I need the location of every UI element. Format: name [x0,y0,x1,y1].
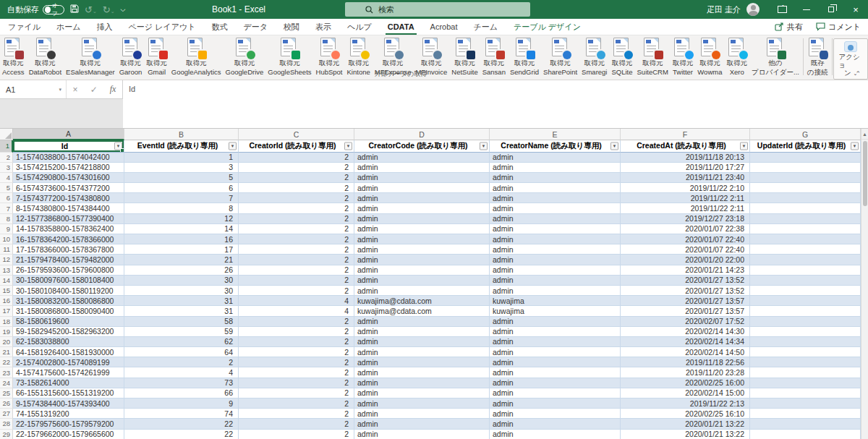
collapse-ribbon-icon[interactable]: ⌃ [855,70,861,77]
actions-dropdown-button[interactable]: アクショ ン ⌄ [833,38,868,80]
cell-E22[interactable]: admin [490,357,621,367]
cell-A11[interactable]: 17-1578366000-1578367800 [13,244,124,255]
cell-C2[interactable]: 2 [239,153,354,163]
cell-A18[interactable]: 58-1580619600 [13,317,124,327]
cell-C25[interactable]: 2 [239,388,354,398]
cell-D4[interactable]: admin [354,173,490,183]
minimize-button[interactable] [794,0,819,19]
row-header-28[interactable]: 28 [0,419,13,429]
cell-B20[interactable]: 62 [124,337,239,347]
header-cell-F1[interactable]: CreatedAt (読み取り専用)▼ [621,140,750,153]
cell-A25[interactable]: 66-1551315600-1551319200 [13,388,124,398]
row-header-13[interactable]: 13 [0,265,13,276]
cell-A14[interactable]: 30-1580097600-1580108400 [13,276,124,286]
filter-dropdown-icon[interactable]: ▼ [610,142,618,150]
row-header-17[interactable]: 17 [0,306,13,316]
select-all-corner[interactable] [0,129,13,140]
cell-E15[interactable]: admin [490,286,621,296]
row-header-20[interactable]: 20 [0,337,13,347]
cell-F4[interactable]: 2019/11/21 23:40 [621,173,750,183]
cell-C21[interactable]: 2 [239,347,354,357]
cell-G20[interactable] [750,337,861,347]
row-header-19[interactable]: 19 [0,327,13,337]
cell-D24[interactable]: admin [354,378,490,388]
cell-A19[interactable]: 59-1582945200-1582963200 [13,327,124,337]
cell-C3[interactable]: 2 [239,163,354,173]
cell-G7[interactable] [750,203,861,213]
cell-E9[interactable]: admin [490,224,621,234]
cell-D20[interactable]: admin [354,337,490,347]
row-header-9[interactable]: 9 [0,224,13,234]
cell-A12[interactable]: 21-1579478400-1579482000 [13,255,124,265]
cell-G13[interactable] [750,265,861,276]
filter-dropdown-icon[interactable]: ▼ [229,142,237,150]
cell-E27[interactable]: admin [490,409,621,419]
namebox-caret-icon[interactable]: ▾ [59,87,61,93]
cell-F23[interactable]: 2019/11/20 23:28 [621,367,750,378]
cell-G12[interactable] [750,255,861,265]
column-header-A[interactable]: A [13,129,124,140]
cell-D3[interactable]: admin [354,163,490,173]
cell-E8[interactable]: admin [490,214,621,224]
cell-A8[interactable]: 12-1577386800-1577390400 [13,214,124,224]
cell-E10[interactable]: admin [490,234,621,244]
cell-C28[interactable]: 2 [239,419,354,429]
cell-B12[interactable]: 21 [124,255,239,265]
restore-button[interactable] [819,0,843,19]
cell-F28[interactable]: 2020/01/21 13:22 [621,419,750,429]
row-header-4[interactable]: 4 [0,173,13,183]
row-header-7[interactable]: 7 [0,203,13,213]
cell-E24[interactable]: admin [490,378,621,388]
cell-F3[interactable]: 2019/11/20 17:27 [621,163,750,173]
filter-dropdown-icon[interactable]: ▼ [740,142,748,150]
autosave-toggle[interactable]: 自動保存 オフ [7,4,64,15]
cell-D23[interactable]: admin [354,367,490,378]
cell-D21[interactable]: admin [354,347,490,357]
cell-G10[interactable] [750,234,861,244]
cell-D6[interactable]: admin [354,193,490,203]
cell-E26[interactable]: admin [490,398,621,409]
cell-A29[interactable]: 22-1579662000-1579665600 [13,430,124,439]
cell-C10[interactable]: 2 [239,234,354,244]
cell-C18[interactable]: 2 [239,317,354,327]
cell-D17[interactable]: kuwajima@cdata.com [354,306,490,316]
save-icon[interactable] [70,4,79,14]
tab-校閲[interactable]: 校閲 [276,19,307,35]
cell-E14[interactable]: admin [490,276,621,286]
cell-G25[interactable] [750,388,861,398]
row-header-26[interactable]: 26 [0,398,13,409]
cell-E23[interactable]: admin [490,367,621,378]
user-avatar[interactable] [746,3,760,16]
cell-F6[interactable]: 2019/11/22 2:11 [621,193,750,203]
tab-データ[interactable]: データ [235,19,276,35]
filter-dropdown-icon[interactable]: ▼ [114,142,122,150]
cell-B9[interactable]: 14 [124,224,239,234]
cell-C11[interactable]: 2 [239,244,354,255]
header-cell-D1[interactable]: CreatorCode (読み取り専用)▼ [354,140,490,153]
cell-F16[interactable]: 2020/01/27 13:57 [621,296,750,306]
scroll-up-icon[interactable]: ▲ [861,129,868,140]
cell-G28[interactable] [750,419,861,429]
scrollbar-thumb[interactable] [863,141,867,206]
cell-A24[interactable]: 73-1582614000 [13,378,124,388]
cell-C19[interactable]: 2 [239,327,354,337]
row-header-15[interactable]: 15 [0,286,13,296]
cell-A26[interactable]: 9-1574384400-1574393400 [13,398,124,409]
cell-F15[interactable]: 2020/01/27 13:52 [621,286,750,296]
cell-B27[interactable]: 74 [124,409,239,419]
cell-D26[interactable]: admin [354,398,490,409]
cell-B10[interactable]: 16 [124,234,239,244]
cell-E18[interactable]: admin [490,317,621,327]
cell-E28[interactable]: admin [490,419,621,429]
tab-数式[interactable]: 数式 [203,19,235,35]
cell-B14[interactable]: 30 [124,276,239,286]
cell-C20[interactable]: 2 [239,337,354,347]
cell-B2[interactable]: 1 [124,153,239,163]
cell-C22[interactable]: 2 [239,357,354,367]
tab-ファイル[interactable]: ファイル [0,19,48,35]
column-header-C[interactable]: C [239,129,354,140]
cell-G5[interactable] [750,183,861,193]
cell-D2[interactable]: admin [354,153,490,163]
cell-F18[interactable]: 2020/02/07 17:52 [621,317,750,327]
cell-G29[interactable] [750,430,861,439]
